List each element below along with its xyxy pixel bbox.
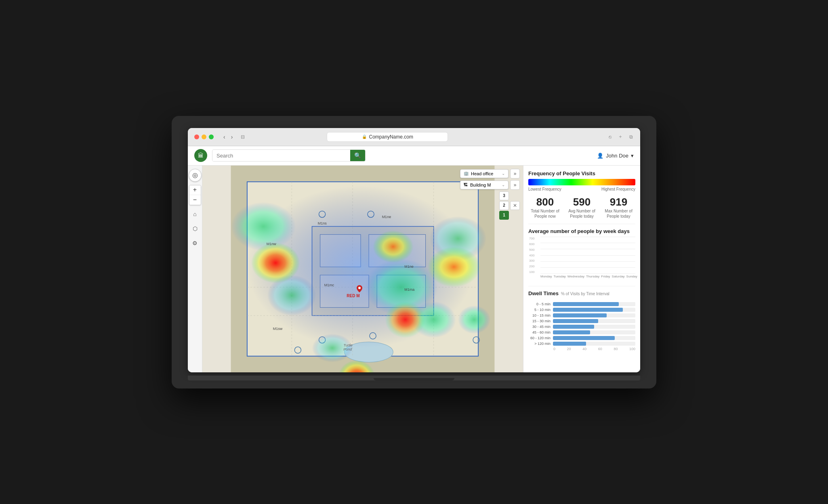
settings-button[interactable]: ⚙ xyxy=(189,237,201,249)
share-button[interactable]: ⎋ xyxy=(608,133,612,140)
search-button[interactable]: 🔍 xyxy=(350,150,365,161)
address-bar[interactable]: 🔒 CompanyName.com xyxy=(327,132,448,142)
building-label: Building M xyxy=(470,183,499,187)
stat-avg-label: Avg Number ofPeople today xyxy=(565,208,599,219)
stat-max-label: Max Number ofPeople today xyxy=(602,208,635,219)
dwell-bar-inner-0-5 xyxy=(553,302,619,306)
user-name: John Doe xyxy=(606,153,628,159)
search-input[interactable] xyxy=(212,150,350,161)
browser-nav-buttons: ‹ › xyxy=(222,133,234,141)
new-tab-button[interactable]: ＋ xyxy=(617,133,624,140)
dwell-row-45-60: 45 - 60 min xyxy=(528,330,635,334)
legend-low-label: Lowest Frequency xyxy=(528,187,561,191)
svg-rect-7 xyxy=(377,275,425,307)
stat-total-number: 800 xyxy=(528,196,562,208)
sidebar: ◎ + − ⌂ ⬡ ⚙ xyxy=(188,166,202,372)
office-next-button[interactable]: » xyxy=(510,169,520,178)
compass-button[interactable]: ◎ xyxy=(189,169,202,182)
floor-1-button[interactable]: 1 xyxy=(499,211,509,220)
dwell-bar-outer-120plus xyxy=(553,342,635,346)
browser-forward-button[interactable]: › xyxy=(229,133,235,141)
stat-total-label: Total Number ofPeople now xyxy=(528,208,562,219)
map-container[interactable]: 🏢 Head office ⌄ » 🏗 Building M ⌄ xyxy=(202,166,523,372)
tab-overview-button[interactable]: ⧉ xyxy=(628,133,634,140)
floor-levels: 3 2 1 xyxy=(499,191,509,220)
dwell-row-120plus: > 120 min xyxy=(528,342,635,346)
app-content: 🏛 🔍 👤 John Doe ▾ ◎ + − xyxy=(188,146,640,372)
user-icon: 👤 xyxy=(597,153,603,159)
building-selector-row: 🏗 Building M ⌄ » xyxy=(460,180,520,190)
dwell-axis-20: 20 xyxy=(567,347,571,351)
maximize-traffic-light[interactable] xyxy=(209,134,214,139)
legend-labels: Lowest Frequency Highest Frequency xyxy=(528,187,635,191)
bar-label-tuesday: Tuesday xyxy=(553,274,565,278)
layers-button[interactable]: ⬡ xyxy=(189,223,201,234)
stat-max-number: 919 xyxy=(602,196,635,208)
browser-window: ‹ › ⊟ 🔒 CompanyName.com ⎋ ＋ ⧉ 🏛 xyxy=(188,128,640,372)
app-header: 🏛 🔍 👤 John Doe ▾ xyxy=(188,146,640,166)
zoom-controls: + − xyxy=(189,185,201,205)
dwell-bar-outer-45-60 xyxy=(553,330,635,334)
dwell-bar-inner-5-10 xyxy=(553,308,623,312)
dwell-label-10-15: 10 - 15 min xyxy=(528,313,551,317)
bar-label-sunday: Sunday xyxy=(626,274,637,278)
stat-avg-number: 590 xyxy=(565,196,599,208)
zoom-out-button[interactable]: − xyxy=(189,195,201,205)
building-dropdown[interactable]: 🏗 Building M ⌄ xyxy=(460,181,509,189)
office-chevron-icon: ⌄ xyxy=(502,171,505,176)
home-view-button[interactable]: ⌂ xyxy=(189,208,201,220)
dwell-bar-outer-15-30 xyxy=(553,319,635,323)
dwell-bars: 0 - 5 min 5 - 10 min xyxy=(528,302,635,346)
user-menu[interactable]: 👤 John Doe ▾ xyxy=(597,153,634,159)
legend-high-label: Highest Frequency xyxy=(601,187,635,191)
main-area: ◎ + − ⌂ ⬡ ⚙ xyxy=(188,166,640,372)
dwell-axis: 0 20 40 60 80 100 xyxy=(528,347,635,351)
dwell-row-15-30: 15 - 30 min xyxy=(528,319,635,323)
dwell-bar-outer-10-15 xyxy=(553,313,635,317)
dwell-bar-inner-30-45 xyxy=(553,325,594,329)
dwell-axis-0: 0 xyxy=(553,347,555,351)
dwell-label-5-10: 5 - 10 min xyxy=(528,308,551,312)
dwell-bar-outer-30-45 xyxy=(553,325,635,329)
bar-chart-wrap: 700 600 500 400 300 200 100 xyxy=(528,237,635,281)
map-pin xyxy=(357,285,362,294)
dwell-bar-inner-15-30 xyxy=(553,319,598,323)
logo-icon: 🏛 xyxy=(198,152,204,159)
sidebar-toggle-button[interactable]: ⊟ xyxy=(240,134,246,140)
svg-point-8 xyxy=(345,342,393,362)
dwell-subtitle: % of Visits by Time Interval xyxy=(561,292,609,296)
dwell-title: Dwell Times xyxy=(528,290,559,296)
bar-chart-section: Average number of people by week days 70… xyxy=(528,224,635,281)
dwell-label-120plus: > 120 min xyxy=(528,342,551,346)
building-next-button[interactable]: » xyxy=(510,180,520,190)
floor-selector-close-button[interactable]: ✕ xyxy=(510,201,520,210)
dwell-label-0-5: 0 - 5 min xyxy=(528,302,551,306)
dwell-bar-inner-10-15 xyxy=(553,313,607,317)
url-text: CompanyName.com xyxy=(369,134,413,140)
bar-label-wednesday: Wednesday xyxy=(567,274,584,278)
dwell-axis-60: 60 xyxy=(598,347,602,351)
dwell-bar-inner-120plus xyxy=(553,342,586,346)
laptop-frame: ‹ › ⊟ 🔒 CompanyName.com ⎋ ＋ ⧉ 🏛 xyxy=(172,116,656,388)
floor-2-button[interactable]: 2 xyxy=(499,201,509,210)
dwell-bar-outer-5-10 xyxy=(553,308,635,312)
titlebar-right: ⎋ ＋ ⧉ xyxy=(606,133,634,140)
search-bar[interactable]: 🔍 xyxy=(212,149,366,162)
dwell-title-row: Dwell Times % of Visits by Time Interval xyxy=(528,290,635,299)
minimize-traffic-light[interactable] xyxy=(202,134,206,139)
dwell-row-10-15: 10 - 15 min xyxy=(528,313,635,317)
zoom-in-button[interactable]: + xyxy=(189,185,201,195)
close-traffic-light[interactable] xyxy=(194,134,199,139)
floor-3-button[interactable]: 3 xyxy=(499,191,509,200)
laptop-base xyxy=(188,376,640,380)
stat-max: 919 Max Number ofPeople today xyxy=(602,196,635,219)
browser-back-button[interactable]: ‹ xyxy=(222,133,227,141)
frequency-section: Frequency of People Visits Lowest Freque… xyxy=(528,170,635,191)
right-panel: Frequency of People Visits Lowest Freque… xyxy=(523,166,640,372)
dwell-axis-80: 80 xyxy=(614,347,618,351)
dwell-row-60-120: 60 - 120 min xyxy=(528,336,635,340)
dwell-section: Dwell Times % of Visits by Time Interval… xyxy=(528,286,635,351)
office-dropdown[interactable]: 🏢 Head office ⌄ xyxy=(460,169,509,178)
avg-chart-title: Average number of people by week days xyxy=(528,228,635,234)
browser-titlebar: ‹ › ⊟ 🔒 CompanyName.com ⎋ ＋ ⧉ xyxy=(188,128,640,146)
